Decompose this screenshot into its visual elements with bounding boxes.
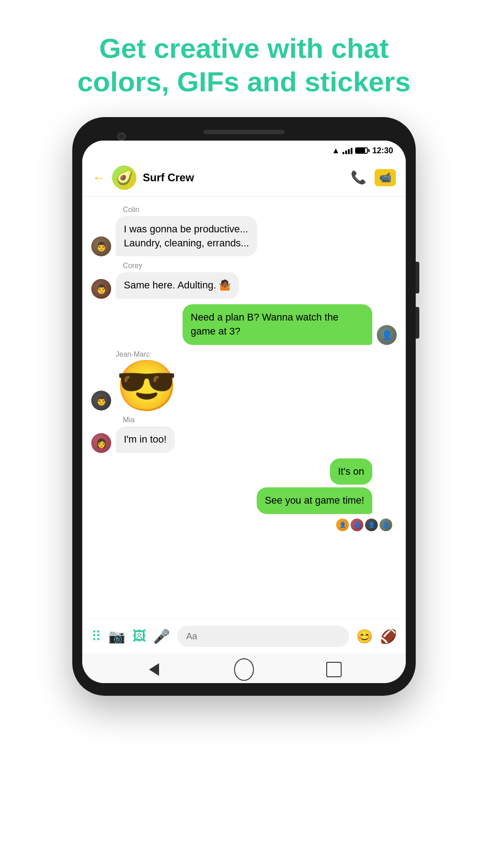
msg-group-colin: Colin 👨 I was gonna be productive...Laun… <box>91 206 397 257</box>
chat-area: Colin 👨 I was gonna be productive...Laun… <box>82 197 406 619</box>
avatar-colin: 👨 <box>91 236 111 256</box>
headline: Get creative with chat <box>99 33 389 64</box>
avatar-jm: 👨 <box>91 391 111 410</box>
side-button-1 <box>416 262 419 293</box>
read-receipts: 👤 👤 👤 👤 <box>336 519 392 531</box>
mic-button[interactable]: 🎤 <box>153 628 170 644</box>
avatar-corey: 👨 <box>91 279 111 299</box>
avatar-mia: 👩 <box>91 433 111 453</box>
phone-speaker <box>203 130 285 134</box>
outgoing-bubble-row-1: 👤 Need a plan B? Wanna watch the game at… <box>183 304 397 345</box>
status-bar: ▲ 12:30 <box>82 141 406 159</box>
header-actions: 📞 📹 <box>351 169 396 186</box>
bubble-corey: Same here. Adulting. 🤷🏾 <box>116 272 239 299</box>
group-name: Surf Crew <box>143 171 351 184</box>
signal-icon <box>343 147 352 154</box>
sender-name-mia: Mia <box>123 416 397 424</box>
group-avatar: 🥑 <box>112 165 136 190</box>
phone-camera <box>117 132 126 141</box>
sticker-jm: 😎 <box>116 361 178 410</box>
wifi-icon: ▲ <box>332 146 340 156</box>
bubble-mia: I'm in too! <box>116 426 175 453</box>
phone-home-bar <box>82 653 406 683</box>
sticker-button[interactable]: 🏈 <box>380 628 397 644</box>
sender-name-corey: Corey <box>123 262 397 270</box>
phone-screen: ▲ 12:30 ← 🥑 Surf Crew 📞 📹 <box>82 141 406 683</box>
chat-header: ← 🥑 Surf Crew 📞 📹 <box>82 159 406 197</box>
msg-group-corey: Corey 👨 Same here. Adulting. 🤷🏾 <box>91 262 397 299</box>
page-header: Get creative with chat colors, GIFs and … <box>41 0 446 117</box>
headline2: colors, GIFs and stickers <box>77 66 410 97</box>
msg-row-mia: 👩 I'm in too! <box>91 426 397 453</box>
camera-button[interactable]: 📷 <box>108 628 125 644</box>
receipt-4: 👤 <box>336 519 349 531</box>
avatar-me-1: 👤 <box>377 325 397 345</box>
phone-call-button[interactable]: 📞 <box>351 170 366 185</box>
nav-back-button[interactable] <box>144 660 164 679</box>
nav-recent-button[interactable] <box>324 660 344 679</box>
outgoing-bubble-row-its-on: It's on <box>330 458 397 485</box>
msg-row-corey: 👨 Same here. Adulting. 🤷🏾 <box>91 272 397 299</box>
receipt-1: 👤 <box>380 519 392 531</box>
video-call-button[interactable]: 📹 <box>375 169 396 186</box>
chat-input[interactable] <box>177 626 349 647</box>
msg-row-jm: 👨 😎 <box>91 361 397 410</box>
gallery-button[interactable]: 🖼 <box>132 628 146 644</box>
side-button-2 <box>416 307 419 339</box>
msg-group-outgoing1: 👤 Need a plan B? Wanna watch the game at… <box>91 304 397 345</box>
outgoing-bubble-row-game: 👤 See you at game time! <box>257 487 397 514</box>
emoji-button[interactable]: 😊 <box>356 628 373 644</box>
sender-name-colin: Colin <box>123 206 397 214</box>
chat-toolbar: ⠿ 📷 🖼 🎤 😊 🏈 <box>82 619 406 653</box>
bubble-colin: I was gonna be productive...Laundry, cle… <box>116 216 257 257</box>
msg-group-mia: Mia 👩 I'm in too! <box>91 416 397 453</box>
receipt-3: 👤 <box>351 519 363 531</box>
bubble-its-on: It's on <box>330 458 372 485</box>
receipt-2: 👤 <box>365 519 378 531</box>
grid-icon[interactable]: ⠿ <box>91 628 101 644</box>
battery-icon <box>355 147 368 154</box>
phone-top-bar <box>82 130 406 134</box>
msg-row-colin: 👨 I was gonna be productive...Laundry, c… <box>91 216 397 257</box>
status-time: 12:30 <box>372 146 393 156</box>
status-icons: ▲ 12:30 <box>332 146 393 156</box>
nav-home-button[interactable] <box>234 660 254 679</box>
msg-group-jm: Jean-Marc 👨 😎 <box>91 350 397 410</box>
bubble-game-time: See you at game time! <box>257 487 372 514</box>
bubble-outgoing1: Need a plan B? Wanna watch the game at 3… <box>183 304 372 345</box>
back-button[interactable]: ← <box>92 170 106 185</box>
phone-shell: ▲ 12:30 ← 🥑 Surf Crew 📞 📹 <box>72 117 416 696</box>
msg-group-outgoing2: It's on 👤 See you at game time! 👤 👤 👤 👤 <box>91 458 397 532</box>
